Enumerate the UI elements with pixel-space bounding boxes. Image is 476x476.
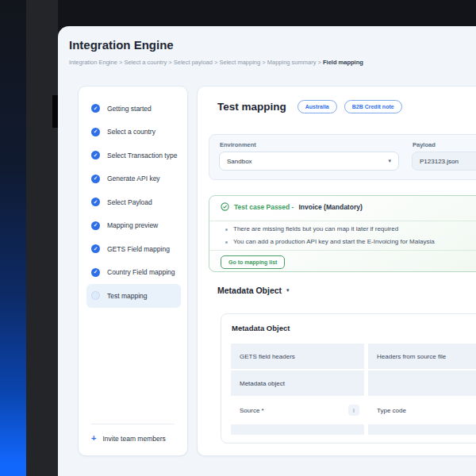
stepper-step-transaction-type[interactable]: ✓ Select Transaction type (86, 144, 181, 167)
table-row: Source Object (231, 424, 476, 435)
check-circle-icon: ✓ (91, 244, 100, 253)
metadata-object-card: Metadata Object GETS field headers Heade… (221, 313, 476, 443)
metadata-object-dropdown[interactable]: Metadata Object ▾ (217, 286, 290, 295)
transaction-type-badge: B2B Credit note (344, 100, 402, 113)
stepper-step-country-field-mapping[interactable]: ✓ Country Field mapping (86, 261, 181, 285)
test-mapping-header: Test mapping Australia B2B Credit note (217, 100, 402, 113)
caret-down-icon: ▾ (286, 287, 290, 294)
mapping-table: GETS field headers Headers from source f… (231, 344, 476, 435)
environment-label: Environment (220, 141, 256, 148)
app-window: C (0, 0, 476, 476)
table-header-row: GETS field headers Headers from source f… (231, 344, 476, 369)
divider (210, 221, 476, 221)
check-circle-icon: ✓ (91, 175, 100, 183)
breadcrumb[interactable]: Integration Engine > Select a country > … (69, 59, 363, 66)
breadcrumb-path[interactable]: Integration Engine > Select a country > … (69, 59, 323, 66)
payload-label: Payload (413, 141, 436, 148)
stepper-step-mapping-preview[interactable]: ✓ Mapping preview (86, 214, 181, 238)
alert-status-text: Test case Passed - (234, 203, 294, 211)
stepper-step-select-country[interactable]: ✓ Select a country (86, 121, 181, 144)
content-card: Integration Engine Integration Engine > … (58, 26, 476, 476)
stepper-step-select-payload[interactable]: ✓ Select Payload (86, 190, 181, 214)
table-row: Metadata object (231, 370, 476, 396)
plus-icon: + (91, 434, 96, 443)
card-title: Metadata Object (232, 324, 290, 332)
alert-subject-text: Invoice (Mandatory) (298, 203, 362, 211)
alert-bullet: You can add a production API key and sta… (233, 238, 435, 245)
pending-circle-icon (91, 291, 100, 300)
brand-gradient (0, 0, 26, 476)
check-circle-icon: ✓ (91, 268, 100, 277)
info-icon[interactable]: i (348, 405, 359, 416)
divider (91, 424, 175, 424)
col-header-source: Headers from source file (368, 344, 476, 369)
check-circle-icon: ✓ (91, 128, 100, 136)
alert-header: Test case Passed - Invoice (Mandatory) (221, 202, 363, 211)
test-mapping-panel: Test mapping Australia B2B Credit note E… (197, 86, 476, 456)
check-circle-icon: ✓ (91, 104, 100, 113)
breadcrumb-current: Field mapping (323, 59, 363, 66)
divider (210, 250, 476, 251)
test-result-alert: Test case Passed - Invoice (Mandatory) T… (209, 195, 476, 272)
payload-field[interactable]: P123123.json (412, 152, 476, 171)
page-title: Integration Engine (69, 38, 174, 52)
sidebar: C (26, 0, 58, 476)
check-circle-icon: ✓ (91, 151, 100, 159)
stepper-panel: ✓ Getting started ✓ Select a country ✓ S… (78, 86, 188, 456)
environment-form: Environment Sandbox ▾ Payload P123123.js… (209, 134, 476, 180)
environment-select[interactable]: Sandbox ▾ (219, 152, 399, 171)
chevron-down-icon: ▾ (388, 158, 391, 164)
check-circle-outline-icon (221, 202, 229, 211)
alert-bullet: There are missing fields but you can map… (233, 225, 398, 232)
stepper-step-gets-field-mapping[interactable]: ✓ GETS Field mapping (86, 237, 181, 261)
country-badge: Australia (298, 100, 337, 113)
go-to-mapping-list-button[interactable]: Go to mapping list (221, 255, 285, 269)
stepper-steps: ✓ Getting started ✓ Select a country ✓ S… (86, 97, 181, 308)
check-circle-icon: ✓ (91, 198, 100, 206)
section-title: Test mapping (217, 101, 286, 113)
stepper-step-generate-api-key[interactable]: ✓ Generate API key (86, 167, 181, 191)
col-header-gets: GETS field headers (231, 344, 364, 369)
invite-team-members-button[interactable]: + Invite team members (91, 434, 166, 443)
stepper-step-test-mapping[interactable]: Test mapping (86, 284, 181, 308)
stepper-step-getting-started[interactable]: ✓ Getting started (86, 97, 181, 121)
table-row: Source * i Type code (231, 397, 476, 423)
check-circle-icon: ✓ (91, 221, 100, 230)
